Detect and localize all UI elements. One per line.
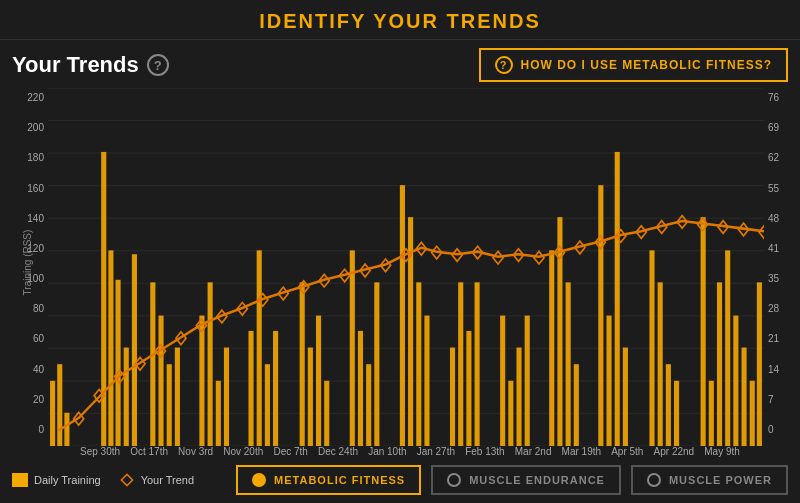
svg-rect-32 xyxy=(300,282,305,446)
legend-your-trend-label: Your Trend xyxy=(141,474,194,486)
legend-daily-training: Daily Training xyxy=(12,473,101,487)
legend-buttons: METABOLIC FITNESS MUSCLE ENDURANCE MUSCL… xyxy=(236,465,788,495)
svg-rect-13 xyxy=(57,364,62,446)
page-wrapper: IDENTIFY YOUR TRENDS Your Trends ? ? HOW… xyxy=(0,0,800,503)
svg-rect-47 xyxy=(475,282,480,446)
svg-rect-48 xyxy=(500,316,505,446)
x-label-mar19: Mar 19th xyxy=(562,446,601,457)
x-label-nov3: Nov 3rd xyxy=(178,446,213,457)
svg-rect-18 xyxy=(124,348,129,446)
svg-rect-43 xyxy=(424,316,429,446)
svg-rect-38 xyxy=(366,364,371,446)
svg-rect-28 xyxy=(248,331,253,446)
muscle-endurance-label: MUSCLE ENDURANCE xyxy=(469,474,605,486)
svg-rect-61 xyxy=(658,282,663,446)
muscle-power-icon xyxy=(647,473,661,487)
svg-rect-22 xyxy=(167,364,172,446)
svg-rect-25 xyxy=(208,282,213,446)
svg-rect-33 xyxy=(308,348,313,446)
svg-rect-107 xyxy=(121,474,132,485)
svg-rect-40 xyxy=(400,185,405,446)
svg-rect-27 xyxy=(224,348,229,446)
question-icon[interactable]: ? xyxy=(147,54,169,76)
svg-rect-17 xyxy=(116,280,121,446)
content-area: Your Trends ? ? HOW DO I USE METABOLIC F… xyxy=(0,40,800,503)
svg-rect-59 xyxy=(623,348,628,446)
svg-rect-54 xyxy=(566,282,571,446)
metabolic-fitness-label: METABOLIC FITNESS xyxy=(274,474,405,486)
page-header: IDENTIFY YOUR TRENDS xyxy=(0,0,800,40)
x-label-apr22: Apr 22nd xyxy=(654,446,695,457)
svg-rect-51 xyxy=(525,316,530,446)
svg-rect-58 xyxy=(615,152,620,446)
svg-rect-52 xyxy=(549,250,554,446)
legend-daily-training-label: Daily Training xyxy=(34,474,101,486)
svg-rect-50 xyxy=(516,348,521,446)
svg-rect-65 xyxy=(709,381,714,446)
svg-rect-46 xyxy=(466,331,471,446)
svg-rect-29 xyxy=(257,250,262,446)
y-axis-left-container: Training (RSS) 220 200 180 160 140 120 1… xyxy=(12,88,48,457)
x-label-dec7: Dec 7th xyxy=(273,446,307,457)
y-axis-left: 220 200 180 160 140 120 100 80 60 40 20 … xyxy=(16,88,48,457)
chart-inner xyxy=(48,88,764,446)
muscle-power-label: MUSCLE POWER xyxy=(669,474,772,486)
svg-rect-30 xyxy=(265,364,270,446)
legend-left: Daily Training Your Trend xyxy=(12,473,194,487)
legend-your-trend: Your Trend xyxy=(119,473,194,487)
svg-rect-67 xyxy=(725,250,730,446)
legend-trend-icon xyxy=(119,473,135,487)
svg-rect-45 xyxy=(458,282,463,446)
svg-rect-39 xyxy=(374,282,379,446)
svg-rect-66 xyxy=(717,282,722,446)
svg-rect-31 xyxy=(273,331,278,446)
x-label-may9: May 9th xyxy=(704,446,740,457)
svg-rect-34 xyxy=(316,316,321,446)
muscle-power-button[interactable]: MUSCLE POWER xyxy=(631,465,788,495)
x-label-sep30: Sep 30th xyxy=(80,446,120,457)
x-label-nov20: Nov 20th xyxy=(223,446,263,457)
help-button[interactable]: ? HOW DO I USE METABOLIC FITNESS? xyxy=(479,48,788,82)
top-bar: Your Trends ? ? HOW DO I USE METABOLIC F… xyxy=(12,48,788,82)
y-axis-right: 76 69 62 55 48 41 35 28 21 14 7 0 xyxy=(764,88,788,457)
svg-rect-68 xyxy=(733,316,738,446)
svg-rect-70 xyxy=(750,381,755,446)
chart-svg xyxy=(48,88,764,446)
x-label-oct17: Oct 17th xyxy=(130,446,168,457)
svg-rect-20 xyxy=(150,282,155,446)
svg-rect-71 xyxy=(757,282,762,446)
svg-rect-14 xyxy=(64,413,69,446)
svg-rect-64 xyxy=(701,217,706,446)
svg-rect-21 xyxy=(158,316,163,446)
chart-main: Sep 30th Oct 17th Nov 3rd Nov 20th Dec 7… xyxy=(48,88,764,457)
svg-rect-63 xyxy=(674,381,679,446)
chart-container: Training (RSS) 220 200 180 160 140 120 1… xyxy=(12,88,788,457)
metabolic-fitness-button[interactable]: METABOLIC FITNESS xyxy=(236,465,421,495)
svg-rect-15 xyxy=(101,152,106,446)
metabolic-fitness-icon xyxy=(252,473,266,487)
svg-rect-55 xyxy=(574,364,579,446)
svg-rect-24 xyxy=(199,316,204,446)
muscle-endurance-icon xyxy=(447,473,461,487)
svg-rect-57 xyxy=(606,316,611,446)
help-question-icon: ? xyxy=(495,56,513,74)
legend-bar: Daily Training Your Trend METABOLIC FITN… xyxy=(12,457,788,499)
svg-rect-62 xyxy=(666,364,671,446)
x-label-dec24: Dec 24th xyxy=(318,446,358,457)
svg-rect-60 xyxy=(649,250,654,446)
svg-rect-35 xyxy=(324,381,329,446)
svg-rect-56 xyxy=(598,185,603,446)
your-trends-section: Your Trends ? xyxy=(12,52,169,78)
svg-rect-49 xyxy=(508,381,513,446)
x-label-jan27: Jan 27th xyxy=(417,446,455,457)
muscle-endurance-button[interactable]: MUSCLE ENDURANCE xyxy=(431,465,621,495)
your-trends-text: Your Trends xyxy=(12,52,139,78)
svg-rect-36 xyxy=(350,250,355,446)
legend-daily-training-box xyxy=(12,473,28,487)
x-label-apr5: Apr 5th xyxy=(611,446,643,457)
svg-rect-44 xyxy=(450,348,455,446)
svg-rect-12 xyxy=(50,381,55,446)
svg-rect-23 xyxy=(175,348,180,446)
x-label-mar2: Mar 2nd xyxy=(515,446,552,457)
page-title: IDENTIFY YOUR TRENDS xyxy=(259,10,541,32)
